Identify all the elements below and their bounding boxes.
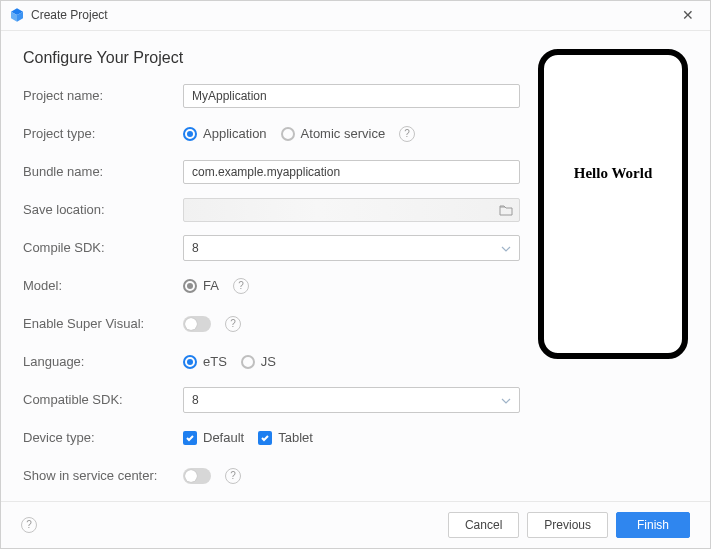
radio-fa-label: FA [203,278,219,293]
radio-atomic-service[interactable]: Atomic service [281,126,386,141]
chevron-down-icon [501,241,511,255]
row-language: Language: eTS JS [23,349,520,375]
preview-column: Hello World [538,45,688,501]
compile-sdk-value: 8 [192,241,199,255]
radio-fa[interactable]: FA [183,278,219,293]
label-compatible-sdk: Compatible SDK: [23,392,183,407]
label-bundle-name: Bundle name: [23,164,183,179]
device-preview: Hello World [538,49,688,359]
row-device-type: Device type: Default Tablet [23,425,520,451]
label-enable-super-visual: Enable Super Visual: [23,316,183,331]
checkbox-tablet[interactable]: Tablet [258,430,313,445]
row-enable-super-visual: Enable Super Visual: ? [23,311,520,337]
row-compile-sdk: Compile SDK: 8 [23,235,520,261]
project-name-input[interactable] [183,84,520,108]
label-model: Model: [23,278,183,293]
radio-application-label: Application [203,126,267,141]
bundle-name-input[interactable] [183,160,520,184]
row-project-type: Project type: Application Atomic service… [23,121,520,147]
radio-atomic-service-label: Atomic service [301,126,386,141]
check-icon [183,431,197,445]
checkbox-default[interactable]: Default [183,430,244,445]
window-title: Create Project [31,8,108,22]
check-icon [258,431,272,445]
row-model: Model: FA ? [23,273,520,299]
help-icon[interactable]: ? [399,126,415,142]
dialog-footer: ? Cancel Previous Finish [1,501,710,548]
radio-ets[interactable]: eTS [183,354,227,369]
compile-sdk-select[interactable]: 8 [183,235,520,261]
help-icon[interactable]: ? [233,278,249,294]
radio-application[interactable]: Application [183,126,267,141]
preview-text: Hello World [574,165,652,182]
show-in-service-center-toggle[interactable] [183,468,211,484]
help-icon[interactable]: ? [225,468,241,484]
save-location-input[interactable] [183,198,520,222]
cancel-button[interactable]: Cancel [448,512,519,538]
row-compatible-sdk: Compatible SDK: 8 [23,387,520,413]
radio-dot-icon [281,127,295,141]
label-device-type: Device type: [23,430,183,445]
page-title: Configure Your Project [23,49,520,67]
label-compile-sdk: Compile SDK: [23,240,183,255]
row-show-in-service-center: Show in service center: ? [23,463,520,489]
checkbox-default-label: Default [203,430,244,445]
titlebar: Create Project ✕ [1,1,710,31]
label-save-location: Save location: [23,202,183,217]
radio-dot-icon [183,355,197,369]
radio-dot-icon [241,355,255,369]
previous-button[interactable]: Previous [527,512,608,538]
enable-super-visual-toggle[interactable] [183,316,211,332]
chevron-down-icon [501,393,511,407]
folder-icon[interactable] [499,204,513,216]
label-show-in-service-center: Show in service center: [23,468,183,483]
create-project-window: Create Project ✕ Configure Your Project … [0,0,711,549]
row-save-location: Save location: [23,197,520,223]
help-icon[interactable]: ? [21,517,37,533]
row-bundle-name: Bundle name: [23,159,520,185]
compatible-sdk-select[interactable]: 8 [183,387,520,413]
label-project-name: Project name: [23,88,183,103]
close-icon[interactable]: ✕ [674,7,702,23]
finish-button[interactable]: Finish [616,512,690,538]
compatible-sdk-value: 8 [192,393,199,407]
radio-js[interactable]: JS [241,354,276,369]
radio-js-label: JS [261,354,276,369]
form-column: Configure Your Project Project name: Pro… [23,45,520,501]
checkbox-tablet-label: Tablet [278,430,313,445]
help-icon[interactable]: ? [225,316,241,332]
app-logo-icon [9,7,25,23]
radio-ets-label: eTS [203,354,227,369]
dialog-body: Configure Your Project Project name: Pro… [1,31,710,501]
label-project-type: Project type: [23,126,183,141]
row-project-name: Project name: [23,83,520,109]
label-language: Language: [23,354,183,369]
radio-dot-icon [183,127,197,141]
radio-dot-icon [183,279,197,293]
